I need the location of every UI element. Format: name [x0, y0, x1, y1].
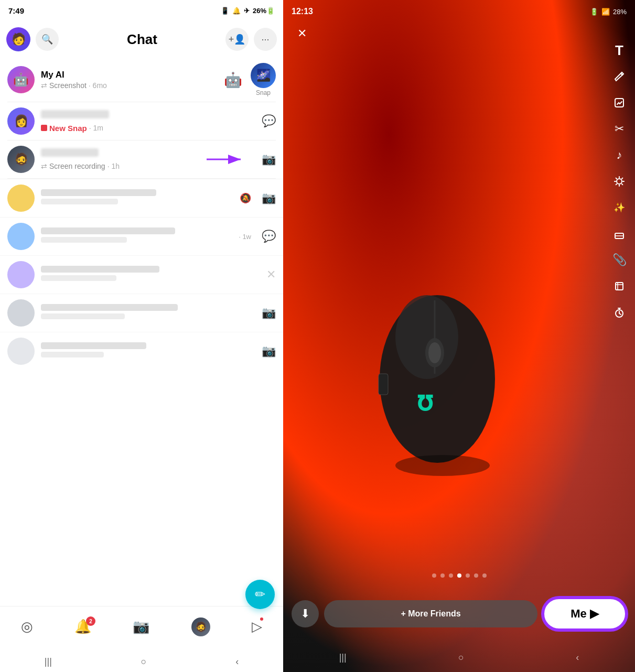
new-snap-label: New Snap	[49, 124, 87, 133]
nav-camera[interactable]: 📷	[133, 619, 149, 635]
dot-5	[466, 573, 470, 578]
svg-point-5	[428, 342, 441, 363]
dot-6	[474, 573, 478, 578]
blurred-camera-icon-4: 📷	[262, 306, 276, 320]
eraser-tool-button[interactable]	[611, 225, 628, 242]
my-ai-sub-text: Screenshot	[49, 81, 87, 90]
nav-discover[interactable]: ▷	[252, 619, 262, 635]
send-to-me-button[interactable]: Me ▶	[543, 598, 627, 630]
right-panel: ʊ 12:13 🔋 📶 28% ✕ T	[283, 0, 635, 672]
user3-camera-icon: 📷	[262, 153, 276, 166]
blurred-item-2[interactable]: · 1w 💬	[0, 217, 283, 255]
blurred-item-1[interactable]: 🔕 📷	[0, 179, 283, 217]
svg-rect-12	[616, 283, 623, 290]
my-ai-robot-icon: 🤖	[224, 71, 242, 89]
nav-map[interactable]: ◎	[21, 619, 33, 635]
my-ai-name: My AI	[41, 70, 218, 80]
blurred-item-5[interactable]: 📷	[0, 332, 283, 370]
sys-home-btn[interactable]: ○	[141, 656, 147, 667]
blurred-item-4[interactable]: 📷	[0, 294, 283, 332]
blurred-avatar-5	[7, 338, 35, 365]
dot-4-active	[457, 573, 461, 578]
chat-header: 🧑 🔍 Chat +👤 ···	[0, 21, 283, 58]
blurred-avatar-2	[7, 223, 35, 250]
snap-sys-back[interactable]: ‹	[576, 652, 579, 663]
snap-sys-home[interactable]: ○	[458, 652, 464, 663]
mute-icon: 🔕	[240, 192, 251, 204]
snap-status-icons: 🔋 📶 28%	[590, 8, 627, 16]
chat-item-my-ai[interactable]: 🤖 My AI ⇄ Screenshot · 6mo 🤖 🌌 Snap	[0, 58, 283, 102]
dot-2	[440, 573, 445, 578]
dot-3	[449, 573, 453, 578]
blurred-avatar-1	[7, 185, 35, 212]
blurred-text-1	[41, 189, 233, 207]
discover-icon: ▷	[252, 619, 262, 635]
timer-tool-button[interactable]	[611, 304, 628, 321]
link-tool-button[interactable]: 📎	[611, 252, 628, 268]
snap-status-bar: 12:13 🔋 📶 28%	[283, 0, 635, 23]
user2-name-blurred	[41, 110, 109, 118]
sys-back-btn[interactable]: ‹	[235, 656, 239, 667]
status-bar-left: 7:49 📱 🔔 ✈ 26%🔋	[0, 0, 283, 21]
spotlight-tool-button[interactable]	[611, 173, 628, 190]
nav-profile[interactable]: 🧔	[191, 617, 210, 636]
left-panel: 7:49 📱 🔔 ✈ 26%🔋 🧑 🔍 Chat +👤 ··· 🤖 My AI …	[0, 0, 283, 672]
download-snap-button[interactable]: ⬇	[292, 600, 319, 627]
compose-icon: ✏	[255, 587, 265, 602]
more-friends-label: + More Friends	[401, 609, 460, 619]
user2-chat-icon: 💬	[262, 114, 276, 128]
snap-dots-indicator	[432, 573, 487, 578]
map-icon: ◎	[21, 619, 33, 635]
user2-avatar: 👩	[7, 107, 35, 135]
discover-dot	[260, 617, 263, 621]
compose-fab-button[interactable]: ✏	[245, 580, 275, 609]
user2-time: · 1m	[89, 124, 103, 132]
sticker-tool-button[interactable]	[611, 94, 628, 111]
gaming-mouse-image: ʊ	[353, 269, 553, 479]
snap-sys-menu[interactable]: |||	[339, 652, 347, 663]
blurred-line-2b	[41, 237, 127, 243]
pencil-tool-button[interactable]	[611, 68, 628, 85]
more-friends-button[interactable]: + More Friends	[324, 600, 537, 627]
svg-point-8	[395, 455, 490, 476]
snap-close-button[interactable]: ✕	[292, 23, 313, 44]
add-friend-icon: +👤	[229, 34, 246, 45]
snap-badge-wrap: 🌌 Snap	[251, 63, 276, 96]
crop-tool-button[interactable]	[611, 278, 628, 295]
user3-avatar: 🧔	[7, 146, 35, 173]
chat-item-user3[interactable]: 🧔 ⇄ Screen recording · 1h 📷	[0, 140, 283, 178]
blurred-line-2a	[41, 227, 175, 234]
more-icon: ···	[261, 34, 269, 45]
more-options-button[interactable]: ···	[254, 28, 277, 51]
status-icons-left: 📱 🔔 ✈ 26%🔋	[221, 7, 275, 15]
profile-avatar: 🧔	[191, 617, 210, 636]
text-tool-button[interactable]: T	[611, 42, 628, 59]
music-tool-button[interactable]: ♪	[611, 147, 628, 164]
blurred-item-3[interactable]: ✕	[0, 255, 283, 294]
blurred-text-4	[41, 304, 251, 322]
chat-item-user2[interactable]: 👩 New Snap · 1m 💬	[0, 102, 283, 140]
add-friend-button[interactable]: +👤	[225, 28, 249, 51]
search-button[interactable]: 🔍	[36, 28, 59, 51]
user3-name-blurred	[41, 148, 99, 157]
snap-label: Snap	[256, 89, 271, 96]
blurred-line-4a	[41, 304, 178, 311]
sys-menu-btn[interactable]: |||	[45, 656, 52, 667]
blurred-camera-icon-1: 📷	[262, 191, 276, 205]
scissors-tool-button[interactable]: ✂	[611, 121, 628, 137]
camera-nav-icon: 📷	[133, 619, 149, 635]
nav-chat[interactable]: 🔔 2	[74, 619, 91, 635]
blurred-avatar-4	[7, 299, 35, 327]
system-nav-left: ||| ○ ‹	[0, 653, 283, 672]
time-left: 7:49	[8, 6, 24, 15]
chat-title: Chat	[64, 31, 220, 48]
chat-badge: 2	[86, 616, 95, 626]
snap-tools: T ✂ ♪ ✨ 📎	[611, 42, 628, 321]
screen-recording-sub-icon: ⇄	[41, 162, 47, 170]
snap-time: 12:13	[292, 7, 313, 16]
ai-tool-button[interactable]: ✨	[611, 199, 628, 216]
my-ai-avatar: 🤖	[7, 66, 35, 93]
user-avatar-header[interactable]: 🧑	[6, 27, 30, 51]
dot-1	[432, 573, 436, 578]
my-ai-info: My AI ⇄ Screenshot · 6mo	[41, 70, 218, 90]
